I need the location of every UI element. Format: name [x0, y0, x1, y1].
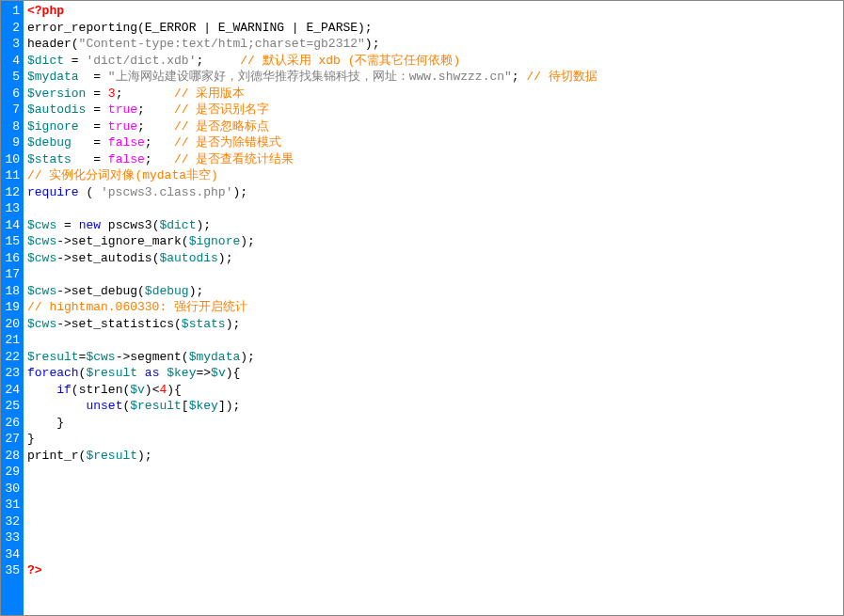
token-str: "Content-type:text/html;charset=gb2312": [79, 37, 365, 51]
token-var: $cws: [27, 317, 56, 331]
token-cmt: // 是否识别名字: [174, 103, 269, 117]
code-line: header("Content-type:text/html;charset=g…: [27, 36, 839, 53]
token-kw: new: [79, 218, 101, 232]
line-number: 26: [3, 415, 20, 432]
code-line: unset($result[$key]);: [27, 398, 839, 415]
token-str: 'pscws3.class.php': [101, 185, 232, 199]
code-line: // hightman.060330: 强行开启统计: [27, 299, 839, 316]
token-var: $debug: [145, 284, 189, 298]
token-cmt: // 是否查看统计结果: [174, 152, 294, 166]
line-number: 11: [3, 167, 20, 184]
token-var: $stats: [27, 152, 72, 166]
token-func: [27, 547, 35, 561]
line-number: 5: [3, 69, 20, 86]
line-number: 29: [3, 464, 20, 481]
token-var: $autodis: [27, 103, 86, 117]
token-var: $stats: [182, 317, 226, 331]
token-func: header(: [27, 37, 79, 51]
token-tag: <?php: [27, 4, 64, 18]
token-func: );: [137, 449, 152, 463]
token-kw: foreach: [27, 366, 79, 380]
token-func: =: [72, 152, 108, 166]
code-line: $autodis = true; // 是否识别名字: [27, 102, 839, 118]
code-line: // 实例化分词对像(mydata非空): [27, 167, 839, 184]
token-bool: true: [108, 103, 137, 117]
token-func: ;: [145, 135, 174, 150]
token-func: =: [72, 135, 108, 150]
token-func: pscws3(: [101, 218, 159, 232]
token-var: $result: [130, 399, 182, 413]
line-number: 20: [3, 316, 20, 333]
token-func: ;: [137, 103, 174, 117]
token-func: );: [226, 317, 241, 331]
code-line: print_r($result);: [27, 448, 839, 465]
code-line: require ( 'pscws3.class.php');: [27, 184, 839, 201]
code-line: if(strlen($v)<4){: [27, 382, 839, 399]
token-str: 'dict/dict.xdb': [86, 54, 196, 68]
token-func: [27, 482, 35, 496]
token-var: $cws: [86, 350, 115, 364]
line-number: 14: [3, 217, 20, 234]
line-number: 12: [3, 184, 20, 201]
token-cmt: // 默认采用 xdb (不需其它任何依赖): [240, 54, 460, 68]
token-var: $key: [189, 399, 218, 413]
line-number: 9: [3, 134, 20, 151]
code-line: error_reporting(E_ERROR | E_WARNING | E_…: [27, 20, 839, 37]
token-var: $key: [167, 366, 196, 380]
token-bool: false: [108, 152, 145, 166]
token-cmt: // 是否为除错模式: [174, 135, 281, 150]
line-number: 31: [3, 497, 20, 513]
token-var: $result: [27, 350, 79, 364]
token-cmt: // 待切数据: [526, 70, 597, 84]
code-line: $dict = 'dict/dict.xdb'; // 默认采用 xdb (不需…: [27, 53, 839, 70]
token-func: =: [79, 119, 108, 134]
code-line: $ignore = true; // 是否忽略标点: [27, 118, 839, 135]
token-func: ]);: [218, 399, 240, 413]
token-func: ->set_autodis(: [56, 251, 159, 265]
code-line: $cws->set_autodis($autodis);: [27, 250, 839, 267]
line-number: 18: [3, 283, 20, 300]
token-func: }: [27, 432, 35, 446]
token-str: "上海网站建设哪家好，刘德华推荐找集锦科技，网址：www.shwzzz.cn": [108, 70, 512, 84]
code-line: [27, 200, 839, 217]
token-func: [27, 201, 35, 215]
token-bool: true: [108, 119, 137, 134]
code-line: $result=$cws->segment($mydata);: [27, 349, 839, 366]
token-func: );: [218, 251, 233, 265]
code-line: $cws = new pscws3($dict);: [27, 217, 839, 234]
token-func: );: [365, 37, 380, 51]
code-line: }: [27, 431, 839, 448]
token-func: ;: [196, 54, 240, 68]
code-line: [27, 529, 839, 546]
token-cmt: // 是否忽略标点: [174, 119, 269, 134]
line-number: 19: [3, 299, 20, 316]
line-number: 35: [3, 562, 20, 579]
line-number: 10: [3, 151, 20, 168]
token-var: $ignore: [27, 119, 79, 134]
line-number: 25: [3, 398, 20, 415]
line-number: 1: [3, 3, 20, 20]
code-line: $stats = false; // 是否查看统计结果: [27, 151, 839, 168]
token-cmt: // 实例化分词对像(mydata非空): [27, 168, 218, 182]
token-func: }: [27, 416, 64, 430]
code-line: $cws->set_debug($debug);: [27, 283, 839, 300]
code-line: [27, 546, 839, 563]
line-number: 17: [3, 266, 20, 283]
code-area[interactable]: <?phperror_reporting(E_ERROR | E_WARNING…: [24, 1, 843, 615]
token-cmt: // hightman.060330: 强行开启统计: [27, 300, 247, 314]
token-func: ){: [167, 383, 182, 397]
line-number: 15: [3, 233, 20, 250]
line-number: 28: [3, 448, 20, 465]
token-func: ;: [145, 152, 174, 166]
code-line: [27, 497, 839, 513]
code-line: $cws->set_statistics($stats);: [27, 316, 839, 333]
token-func: =: [86, 103, 107, 117]
code-line: $mydata = "上海网站建设哪家好，刘德华推荐找集锦科技，网址：www.s…: [27, 69, 839, 86]
code-line: [27, 464, 839, 481]
token-func: ->set_debug(: [56, 284, 145, 298]
token-func: =: [86, 87, 107, 101]
token-func: [137, 366, 145, 380]
token-cmt: // 采用版本: [174, 87, 245, 101]
token-kw: unset: [86, 399, 122, 413]
token-func: [: [182, 399, 189, 413]
